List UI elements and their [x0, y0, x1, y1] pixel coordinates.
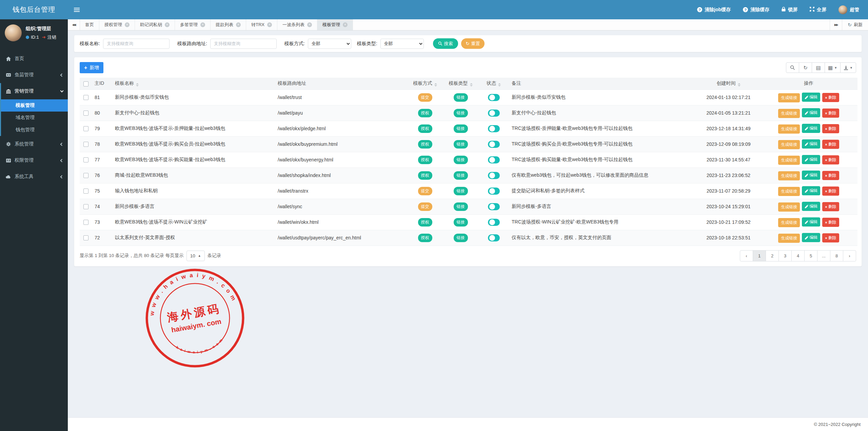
status-toggle[interactable] — [488, 141, 500, 148]
column-header-创建时间[interactable]: 创建时间 — [697, 78, 760, 90]
page-button-5[interactable]: 5 — [804, 250, 817, 261]
delete-button[interactable]: ×删除 — [822, 202, 839, 211]
sidebar-item-鱼苗管理[interactable]: 鱼苗管理 — [1, 67, 68, 83]
generate-link-button[interactable]: 生成链接 — [778, 109, 800, 118]
sort-icon[interactable] — [498, 83, 501, 86]
row-checkbox[interactable] — [83, 157, 88, 162]
delete-button[interactable]: ×删除 — [822, 124, 839, 133]
tab-转TRX[interactable]: 转TRX× — [246, 19, 277, 30]
sidebar-subitem-模板管理[interactable]: 模板管理 — [1, 99, 68, 112]
user-menu[interactable]: 超管 — [839, 5, 859, 14]
sidebar-item-首页[interactable]: 首页 — [1, 51, 68, 67]
table-export-icon[interactable]: ▼ — [840, 62, 856, 73]
sidebar-item-权限管理[interactable]: 权限管理 — [1, 152, 68, 169]
column-header-模板名称[interactable]: 模板名称 — [112, 78, 275, 90]
template-type-select[interactable]: 全部 — [380, 39, 424, 49]
clear-job-cache-button[interactable]: ? 清除job缓存 — [697, 7, 731, 13]
close-tab-icon[interactable]: × — [343, 22, 348, 27]
edit-button[interactable]: 编辑 — [802, 202, 820, 211]
generate-link-button[interactable]: 生成链接 — [778, 140, 800, 149]
delete-button[interactable]: ×删除 — [822, 140, 839, 149]
generate-link-button[interactable]: 生成链接 — [778, 218, 800, 227]
lock-screen-button[interactable]: 锁屏 — [782, 7, 797, 13]
edit-button[interactable]: 编辑 — [802, 171, 820, 180]
sidebar-item-营销管理[interactable]: 营销管理 — [1, 83, 68, 99]
close-tab-icon[interactable]: × — [200, 22, 205, 27]
tab-首页[interactable]: 首页 — [80, 19, 99, 30]
edit-button[interactable]: 编辑 — [802, 155, 820, 164]
page-button-2[interactable]: 2 — [766, 250, 779, 261]
close-tab-icon[interactable]: × — [236, 22, 241, 27]
row-checkbox[interactable] — [83, 142, 88, 147]
next-page-button[interactable]: › — [843, 250, 856, 261]
row-checkbox[interactable] — [83, 173, 88, 178]
sidebar-item-系统工具[interactable]: 系统工具 — [1, 169, 68, 185]
page-button-3[interactable]: 3 — [778, 250, 792, 261]
edit-button[interactable]: 编辑 — [802, 233, 820, 242]
delete-button[interactable]: ×删除 — [822, 93, 839, 102]
page-button-1[interactable]: 1 — [753, 250, 766, 261]
row-checkbox[interactable] — [83, 95, 88, 100]
row-checkbox[interactable] — [83, 126, 88, 131]
status-toggle[interactable] — [488, 234, 500, 241]
close-tab-icon[interactable]: × — [307, 22, 312, 27]
row-checkbox[interactable] — [83, 111, 88, 116]
generate-link-button[interactable]: 生成链接 — [778, 234, 800, 243]
status-toggle[interactable] — [488, 203, 500, 210]
delete-button[interactable]: ×删除 — [822, 187, 839, 196]
row-checkbox[interactable] — [83, 235, 88, 240]
delete-button[interactable]: ×删除 — [822, 109, 839, 118]
tab-助记词私钥[interactable]: 助记词私钥× — [135, 19, 175, 30]
sort-icon[interactable] — [136, 83, 139, 86]
delete-button[interactable]: ×删除 — [822, 171, 839, 180]
status-toggle[interactable] — [488, 94, 500, 101]
table-refresh-icon[interactable]: ↻ — [799, 62, 812, 73]
reset-button[interactable]: ↻ 重置 — [461, 38, 485, 49]
sort-icon[interactable] — [434, 83, 437, 86]
tabs-scroll-left-icon[interactable]: ◀◀ — [68, 19, 80, 30]
generate-link-button[interactable]: 生成链接 — [778, 171, 800, 180]
sidebar-subitem-钱包管理[interactable]: 钱包管理 — [1, 124, 68, 136]
tabs-scroll-right-icon[interactable]: ▶▶ — [830, 19, 842, 30]
template-route-input[interactable] — [210, 39, 277, 49]
tab-一波杀列表[interactable]: 一波杀列表× — [277, 19, 317, 30]
page-button-4[interactable]: 4 — [791, 250, 805, 261]
generate-link-button[interactable]: 生成链接 — [778, 202, 800, 212]
status-toggle[interactable] — [488, 188, 500, 195]
status-toggle[interactable] — [488, 172, 500, 179]
status-toggle[interactable] — [488, 219, 500, 226]
status-toggle[interactable] — [488, 125, 500, 132]
column-header-状态[interactable]: 状态 — [478, 78, 509, 90]
edit-button[interactable]: 编辑 — [802, 186, 820, 195]
generate-link-button[interactable]: 生成链接 — [778, 124, 800, 134]
generate-link-button[interactable]: 生成链接 — [778, 93, 800, 102]
delete-button[interactable]: ×删除 — [822, 218, 839, 227]
status-toggle[interactable] — [488, 110, 500, 117]
tab-多签管理[interactable]: 多签管理× — [175, 19, 211, 30]
table-view-icon[interactable]: ▤ — [812, 62, 825, 73]
table-search-icon[interactable] — [786, 62, 799, 73]
clear-cache-button[interactable]: ? 清除缓存 — [743, 7, 769, 13]
hamburger-icon[interactable] — [68, 0, 85, 19]
close-tab-icon[interactable]: × — [267, 22, 272, 27]
row-checkbox[interactable] — [83, 220, 88, 225]
column-header-模板类型[interactable]: 模板类型 — [443, 78, 478, 90]
fullscreen-button[interactable]: 全屏 — [810, 7, 826, 13]
edit-button[interactable]: 编辑 — [802, 139, 820, 149]
edit-button[interactable]: 编辑 — [802, 93, 820, 102]
close-tab-icon[interactable]: × — [125, 22, 130, 27]
edit-button[interactable]: 编辑 — [802, 217, 820, 227]
edit-button[interactable]: 编辑 — [802, 124, 820, 133]
sort-icon[interactable] — [738, 83, 741, 86]
template-way-select[interactable]: 全部 — [308, 39, 351, 49]
row-checkbox[interactable] — [83, 204, 88, 209]
page-button-...[interactable]: ... — [817, 250, 830, 261]
status-toggle[interactable] — [488, 156, 500, 163]
add-button[interactable]: + 新增 — [80, 62, 103, 73]
tab-授权管理[interactable]: 授权管理× — [99, 19, 135, 30]
edit-button[interactable]: 编辑 — [802, 108, 820, 117]
row-checkbox[interactable] — [83, 189, 88, 194]
sidebar-subitem-域名管理[interactable]: 域名管理 — [1, 112, 68, 124]
close-tab-icon[interactable]: × — [165, 22, 170, 27]
tab-提款列表[interactable]: 提款列表× — [211, 19, 246, 30]
